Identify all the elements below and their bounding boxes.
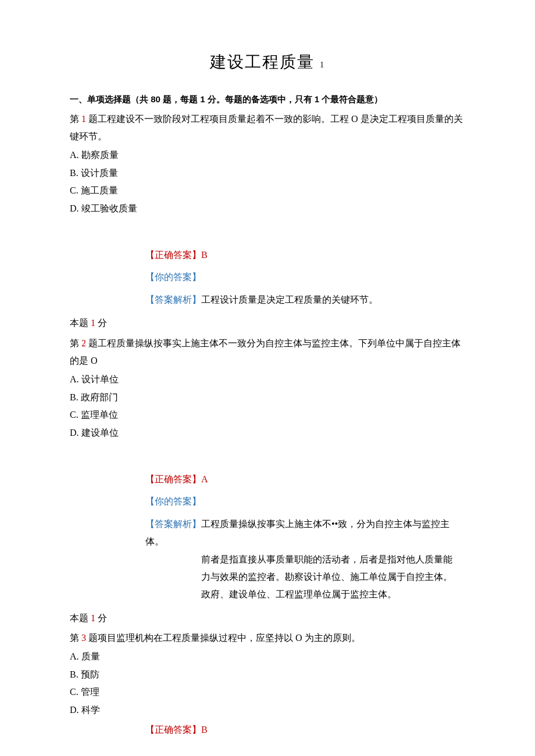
q3-correct-answer: 【正确答案】B: [145, 721, 465, 739]
q2-options: A. 设计单位 B. 政府部门 C. 监理单位 D. 建设单位: [70, 371, 465, 442]
q2-option-a: A. 设计单位: [70, 371, 465, 388]
q3-text: 题项目监理机构在工程质量操纵过程中，应坚持以 O 为主的原则。: [88, 633, 361, 643]
title-suffix: 1: [320, 60, 325, 69]
score-number: 1: [91, 318, 95, 328]
score-prefix: 本题: [70, 613, 88, 623]
q1-option-b: B. 设计质量: [70, 164, 465, 182]
correct-answer-value: A: [201, 474, 208, 484]
q2-answer-block: 【正确答案】A 【你的答案】 【答案解析】工程质量操纵按事实上施主体不••致，分…: [145, 471, 465, 604]
explanation-label: 【答案解析】: [145, 519, 201, 529]
q2-text: 题工程质量操纵按事实上施主体不一致分为自控主体与监控主体。下列单位中属于自控主体…: [70, 338, 461, 366]
correct-answer-label: 【正确答案】: [145, 725, 201, 734]
score-number: 1: [91, 613, 95, 623]
q3-option-c: C. 管理: [70, 683, 465, 701]
q3-option-a: A. 质量: [70, 648, 465, 665]
q1-option-d: D. 竣工验收质量: [70, 200, 465, 217]
explanation-line4: 政府、建设单位、工程监理单位属于监控主体。: [201, 586, 465, 603]
q2-score: 本题 1 分: [70, 610, 465, 627]
score-suffix: 分: [98, 613, 107, 623]
question-3: 第 3 题项目监理机构在工程质量操纵过程中，应坚持以 O 为主的原则。: [70, 629, 465, 647]
explanation-line2: 前者是指直接从事质量职能的活动者，后者是指对他人质量能: [201, 551, 465, 568]
correct-answer-label: 【正确答案】: [145, 250, 201, 260]
title-main: 建设工程质量: [210, 53, 315, 71]
correct-answer-value: B: [201, 250, 208, 260]
q3-options: A. 质量 B. 预防 C. 管理 D. 科学: [70, 648, 465, 719]
explanation-line3: 力与效果的监控者。勘察设计单位、施工单位属于自控主体。: [201, 568, 465, 586]
question-2: 第 2 题工程质量操纵按事实上施主体不一致分为自控主体与监控主体。下列单位中属于…: [70, 335, 465, 370]
explanation-text: 工程设计质量是决定工程质量的关键环节。: [201, 295, 378, 304]
score-suffix: 分: [98, 318, 107, 328]
score-prefix: 本题: [70, 318, 88, 328]
q1-score: 本题 1 分: [70, 314, 465, 332]
q2-your-answer: 【你的答案】: [145, 493, 465, 510]
q1-answer-block: 【正确答案】B 【你的答案】 【答案解析】工程设计质量是决定工程质量的关键环节。: [145, 246, 465, 309]
q2-correct-answer: 【正确答案】A: [145, 471, 465, 488]
q2-number: 2: [81, 338, 86, 348]
q1-options: A. 勘察质量 B. 设计质量 C. 施工质量 D. 竣工验收质量: [70, 146, 465, 217]
section-header: 一、单项选择题（共 80 题，每题 1 分。每题的备选项中，只有 1 个最符合题…: [70, 91, 465, 108]
q1-correct-answer: 【正确答案】B: [145, 246, 465, 264]
q1-prefix: 第: [70, 114, 79, 124]
q1-explanation: 【答案解析】工程设计质量是决定工程质量的关键环节。: [145, 291, 465, 309]
explanation-label: 【答案解析】: [145, 295, 201, 304]
your-answer-label: 【你的答案】: [145, 496, 201, 506]
q3-option-b: B. 预防: [70, 666, 465, 683]
page-title: 建设工程质量 1: [70, 46, 465, 77]
q3-answer-block: 【正确答案】B: [145, 721, 465, 739]
correct-answer-value: B: [201, 725, 208, 734]
q3-prefix: 第: [70, 633, 79, 643]
q1-option-c: C. 施工质量: [70, 182, 465, 199]
q1-your-answer: 【你的答案】: [145, 268, 465, 286]
q2-option-d: D. 建设单位: [70, 424, 465, 442]
q2-option-b: B. 政府部门: [70, 389, 465, 406]
q2-explanation: 【答案解析】工程质量操纵按事实上施主体不••致，分为自控主体与监控主体。 前者是…: [145, 515, 465, 604]
q1-text: 题工程建设不一致阶段对工程项目质量起着不一致的影响。工程 O 是决定工程项目质量…: [70, 114, 463, 141]
q3-number: 3: [81, 633, 86, 643]
correct-answer-label: 【正确答案】: [145, 474, 201, 484]
q2-prefix: 第: [70, 338, 79, 348]
q3-option-d: D. 科学: [70, 701, 465, 719]
q1-option-a: A. 勘察质量: [70, 146, 465, 164]
q2-option-c: C. 监理单位: [70, 406, 465, 424]
your-answer-label: 【你的答案】: [145, 272, 201, 282]
question-1: 第 1 题工程建设不一致阶段对工程项目质量起着不一致的影响。工程 O 是决定工程…: [70, 110, 465, 146]
q1-number: 1: [81, 114, 86, 124]
